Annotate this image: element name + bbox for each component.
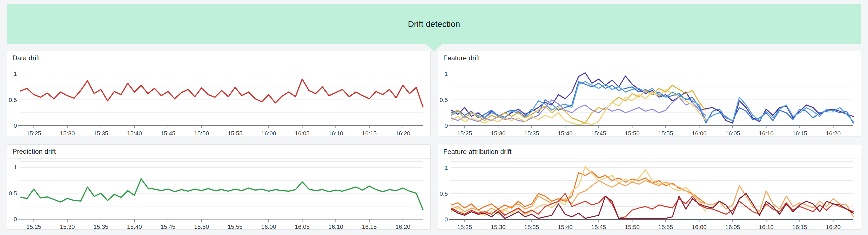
- svg-text:15:35: 15:35: [94, 224, 108, 230]
- svg-text:16:05: 16:05: [295, 224, 310, 230]
- svg-text:0.5: 0.5: [440, 190, 448, 197]
- svg-text:16:20: 16:20: [396, 224, 410, 230]
- svg-text:16:20: 16:20: [826, 224, 841, 230]
- panel-data-drift-header[interactable]: Data drift: [7, 51, 430, 65]
- svg-text:15:55: 15:55: [658, 130, 673, 136]
- svg-text:16:00: 16:00: [692, 224, 707, 230]
- svg-text:1: 1: [444, 71, 448, 77]
- svg-text:15:35: 15:35: [94, 130, 108, 136]
- panel-data-drift: Data drift 15:2515:3015:3515:4015:4515:5…: [7, 51, 431, 136]
- panel-title: Feature attribution drift: [443, 148, 512, 155]
- svg-text:15:40: 15:40: [558, 224, 573, 230]
- data-drift-chart-canvas[interactable]: 15:2515:3015:3515:4015:4515:5015:5516:00…: [7, 65, 430, 136]
- svg-text:0: 0: [13, 216, 17, 222]
- svg-text:16:15: 16:15: [362, 224, 377, 230]
- svg-text:16:00: 16:00: [261, 130, 276, 136]
- svg-text:15:40: 15:40: [127, 224, 142, 230]
- svg-text:0: 0: [444, 216, 448, 223]
- svg-text:16:20: 16:20: [396, 130, 410, 136]
- svg-text:16:10: 16:10: [758, 224, 774, 230]
- svg-text:15:55: 15:55: [658, 224, 673, 230]
- svg-text:15:50: 15:50: [625, 224, 640, 230]
- svg-text:16:05: 16:05: [725, 224, 740, 230]
- svg-text:16:10: 16:10: [758, 130, 774, 136]
- svg-text:15:30: 15:30: [491, 224, 506, 230]
- svg-text:15:50: 15:50: [194, 224, 209, 230]
- drift-detection-banner: Drift detection: [7, 4, 861, 44]
- panel-feature-drift-header[interactable]: Feature drift: [438, 51, 861, 65]
- svg-text:1: 1: [13, 71, 17, 77]
- svg-text:15:45: 15:45: [160, 224, 176, 230]
- svg-text:15:45: 15:45: [591, 130, 607, 136]
- svg-text:15:40: 15:40: [127, 130, 142, 136]
- svg-text:16:20: 16:20: [826, 130, 841, 136]
- svg-text:15:45: 15:45: [591, 224, 607, 230]
- svg-text:1: 1: [13, 164, 17, 171]
- feature-attribution-drift-chart-canvas[interactable]: 15:2515:3015:3515:4015:4515:5015:5516:00…: [438, 159, 861, 230]
- panel-feature-attribution-drift-header[interactable]: Feature attribution drift: [438, 145, 861, 159]
- svg-text:15:30: 15:30: [60, 130, 75, 136]
- banner-title: Drift detection: [408, 19, 460, 29]
- svg-text:15:50: 15:50: [625, 130, 640, 136]
- svg-text:16:05: 16:05: [295, 130, 310, 136]
- svg-text:0.5: 0.5: [440, 97, 448, 103]
- svg-text:15:40: 15:40: [558, 130, 573, 136]
- svg-text:16:05: 16:05: [725, 130, 740, 136]
- feature-drift-chart-canvas[interactable]: 15:2515:3015:3515:4015:4515:5015:5516:00…: [438, 65, 861, 136]
- svg-text:15:25: 15:25: [26, 130, 41, 136]
- svg-text:0.5: 0.5: [9, 190, 17, 197]
- panel-title: Prediction drift: [12, 148, 56, 155]
- panel-title: Data drift: [12, 54, 40, 62]
- svg-text:0.5: 0.5: [9, 97, 17, 103]
- panel-prediction-drift-body: 15:2515:3015:3515:4015:4515:5015:5516:00…: [7, 159, 430, 230]
- svg-text:1: 1: [444, 164, 448, 171]
- svg-text:16:15: 16:15: [792, 224, 807, 230]
- svg-text:15:25: 15:25: [457, 130, 472, 136]
- panel-feature-drift-body: 15:2515:3015:3515:4015:4515:5015:5516:00…: [438, 65, 861, 136]
- svg-text:15:50: 15:50: [194, 130, 209, 136]
- panel-feature-attribution-drift: Feature attribution drift 15:2515:3015:3…: [438, 145, 861, 230]
- panel-prediction-drift-header[interactable]: Prediction drift: [7, 145, 430, 159]
- svg-text:15:45: 15:45: [160, 130, 176, 136]
- svg-text:15:55: 15:55: [228, 224, 243, 230]
- prediction-drift-chart-canvas[interactable]: 15:2515:3015:3515:4015:4515:5015:5516:00…: [7, 159, 430, 230]
- panel-feature-drift: Feature drift 15:2515:3015:3515:4015:451…: [438, 51, 861, 136]
- svg-text:16:15: 16:15: [792, 130, 807, 136]
- svg-text:15:30: 15:30: [60, 224, 75, 230]
- svg-text:15:25: 15:25: [26, 224, 41, 230]
- svg-text:16:10: 16:10: [328, 130, 343, 136]
- svg-text:16:10: 16:10: [328, 224, 343, 230]
- svg-text:15:35: 15:35: [524, 224, 539, 230]
- svg-text:0: 0: [13, 122, 17, 129]
- panel-prediction-drift: Prediction drift 15:2515:3015:3515:4015:…: [7, 145, 431, 230]
- svg-text:15:25: 15:25: [457, 224, 472, 230]
- svg-text:15:35: 15:35: [524, 130, 539, 136]
- panel-title: Feature drift: [443, 54, 480, 62]
- banner-notch-icon: [426, 44, 442, 51]
- svg-text:0: 0: [444, 122, 448, 129]
- svg-text:16:00: 16:00: [261, 224, 276, 230]
- svg-text:15:55: 15:55: [228, 130, 243, 136]
- panel-feature-attribution-drift-body: 15:2515:3015:3515:4015:4515:5015:5516:00…: [438, 159, 861, 230]
- svg-text:15:30: 15:30: [491, 130, 506, 136]
- svg-text:16:15: 16:15: [362, 130, 377, 136]
- svg-text:16:00: 16:00: [692, 130, 707, 136]
- panel-data-drift-body: 15:2515:3015:3515:4015:4515:5015:5516:00…: [7, 65, 430, 136]
